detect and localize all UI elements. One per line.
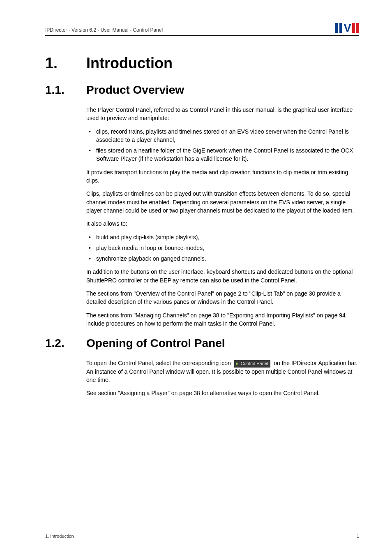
page: IPDirector - Version 6.2 - User Manual -… — [0, 0, 392, 555]
section-title: Opening of Control Panel — [86, 337, 225, 350]
paragraph: It also allows to: — [86, 220, 359, 228]
control-panel-toolbar-icon: Control Panel — [234, 360, 271, 368]
footer-page-number: 1 — [357, 534, 359, 539]
chapter-heading: 1. Introduction — [45, 55, 359, 72]
paragraph: The Player Control Panel, referred to as… — [86, 106, 359, 123]
section-heading: 1.2. Opening of Control Panel — [45, 337, 359, 350]
paragraph: See section "Assigning a Player" on page… — [86, 389, 359, 397]
header-breadcrumb: IPDirector - Version 6.2 - User Manual -… — [45, 27, 163, 33]
section-body: To open the Control Panel, select the co… — [86, 359, 359, 397]
paragraph: To open the Control Panel, select the co… — [86, 359, 359, 384]
list-item: synchronize playback on ganged channels. — [86, 254, 359, 263]
list-item: clips, record trains, playlists and time… — [86, 127, 359, 144]
page-footer: 1. Introduction 1 — [45, 531, 359, 539]
bullet-list: build and play clip-lists (simple playli… — [86, 233, 359, 263]
logo-v-icon: V — [344, 23, 351, 33]
paragraph: The sections from "Overview of the Contr… — [86, 289, 359, 306]
paragraph: It provides transport functions to play … — [86, 168, 359, 185]
chapter-number: 1. — [45, 55, 86, 72]
paragraph: Clips, playlists or timelines can be pla… — [86, 190, 359, 215]
list-item: play back media in loop or bounce-modes, — [86, 244, 359, 252]
bullet-list: clips, record trains, playlists and time… — [86, 127, 359, 163]
page-header: IPDirector - Version 6.2 - User Manual -… — [45, 23, 359, 36]
text-run: To open the Control Panel, select the co… — [86, 360, 233, 366]
list-item: files stored on a nearline folder of the… — [86, 146, 359, 163]
section-number: 1.2. — [45, 337, 86, 350]
footer-section: 1. Introduction — [45, 534, 74, 539]
paragraph: In addition to the buttons on the user i… — [86, 268, 359, 284]
logo-bar-icon — [339, 23, 342, 33]
section-heading: 1.1. Product Overview — [45, 83, 359, 97]
evs-logo: V — [335, 23, 359, 33]
section-body: The Player Control Panel, referred to as… — [86, 106, 359, 328]
logo-bar-icon — [335, 23, 338, 33]
play-icon — [236, 362, 238, 365]
chapter-title: Introduction — [86, 55, 173, 72]
icon-label: Control Panel — [241, 361, 268, 367]
section-title: Product Overview — [86, 83, 184, 97]
logo-bar-icon — [356, 23, 359, 33]
logo-bar-icon — [352, 23, 355, 33]
section-number: 1.1. — [45, 83, 86, 97]
paragraph: The sections from "Managing Channels" on… — [86, 311, 359, 328]
list-item: build and play clip-lists (simple playli… — [86, 233, 359, 241]
